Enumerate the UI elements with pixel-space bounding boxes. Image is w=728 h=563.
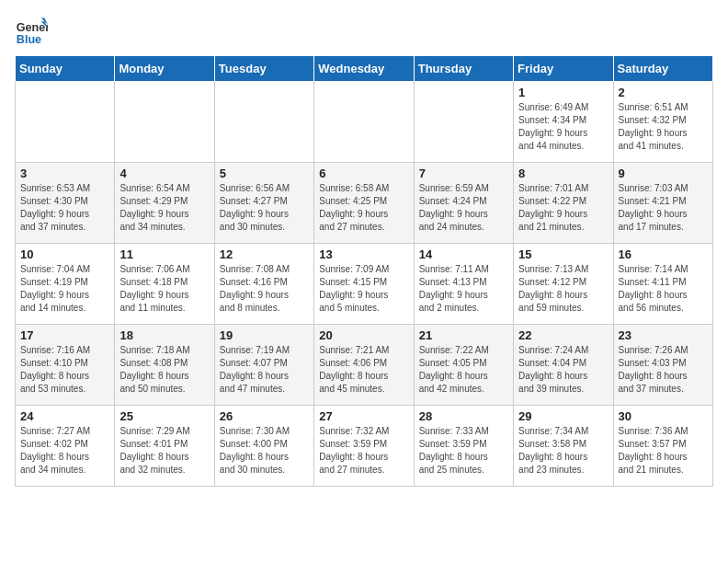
calendar-cell: 7Sunrise: 6:59 AM Sunset: 4:24 PM Daylig… xyxy=(414,163,513,244)
day-number: 21 xyxy=(419,328,508,342)
day-number: 29 xyxy=(518,409,608,423)
calendar-cell: 25Sunrise: 7:29 AM Sunset: 4:01 PM Dayli… xyxy=(115,406,214,487)
weekday-header-monday: Monday xyxy=(115,56,214,82)
day-info: Sunrise: 7:13 AM Sunset: 4:12 PM Dayligh… xyxy=(518,263,608,315)
day-number: 18 xyxy=(119,328,209,342)
day-number: 16 xyxy=(619,247,708,261)
calendar-cell: 6Sunrise: 6:58 AM Sunset: 4:25 PM Daylig… xyxy=(314,163,414,244)
week-row-4: 17Sunrise: 7:16 AM Sunset: 4:10 PM Dayli… xyxy=(16,325,713,406)
day-number: 6 xyxy=(319,167,408,180)
day-number: 19 xyxy=(220,328,309,342)
day-number: 20 xyxy=(319,328,408,342)
calendar-table: SundayMondayTuesdayWednesdayThursdayFrid… xyxy=(15,55,713,487)
calendar-cell: 22Sunrise: 7:24 AM Sunset: 4:04 PM Dayli… xyxy=(514,325,613,406)
calendar-cell: 15Sunrise: 7:13 AM Sunset: 4:12 PM Dayli… xyxy=(514,244,613,325)
week-row-1: 1Sunrise: 6:49 AM Sunset: 4:34 PM Daylig… xyxy=(16,82,713,163)
day-info: Sunrise: 7:04 AM Sunset: 4:19 PM Dayligh… xyxy=(20,263,109,315)
weekday-header-wednesday: Wednesday xyxy=(314,56,414,82)
day-info: Sunrise: 7:18 AM Sunset: 4:08 PM Dayligh… xyxy=(119,344,209,396)
day-info: Sunrise: 7:29 AM Sunset: 4:01 PM Dayligh… xyxy=(119,425,209,477)
day-number: 9 xyxy=(619,167,708,180)
calendar-cell: 8Sunrise: 7:01 AM Sunset: 4:22 PM Daylig… xyxy=(514,163,613,244)
day-info: Sunrise: 7:16 AM Sunset: 4:10 PM Dayligh… xyxy=(20,344,109,396)
calendar-cell: 2Sunrise: 6:51 AM Sunset: 4:32 PM Daylig… xyxy=(613,82,712,163)
day-info: Sunrise: 7:01 AM Sunset: 4:22 PM Dayligh… xyxy=(518,182,608,234)
day-info: Sunrise: 7:27 AM Sunset: 4:02 PM Dayligh… xyxy=(20,425,109,477)
calendar-cell: 23Sunrise: 7:26 AM Sunset: 4:03 PM Dayli… xyxy=(613,325,712,406)
calendar-cell xyxy=(214,82,313,163)
day-info: Sunrise: 6:54 AM Sunset: 4:29 PM Dayligh… xyxy=(119,182,209,234)
day-info: Sunrise: 7:21 AM Sunset: 4:06 PM Dayligh… xyxy=(319,344,408,396)
day-info: Sunrise: 6:51 AM Sunset: 4:32 PM Dayligh… xyxy=(619,101,708,153)
day-info: Sunrise: 7:06 AM Sunset: 4:18 PM Dayligh… xyxy=(119,263,209,315)
day-number: 4 xyxy=(119,167,209,180)
calendar-cell xyxy=(115,82,214,163)
day-number: 23 xyxy=(619,328,708,342)
day-number: 28 xyxy=(419,409,508,423)
week-row-5: 24Sunrise: 7:27 AM Sunset: 4:02 PM Dayli… xyxy=(16,406,713,487)
calendar-cell: 21Sunrise: 7:22 AM Sunset: 4:05 PM Dayli… xyxy=(414,325,513,406)
calendar-cell: 13Sunrise: 7:09 AM Sunset: 4:15 PM Dayli… xyxy=(314,244,414,325)
calendar-cell: 24Sunrise: 7:27 AM Sunset: 4:02 PM Dayli… xyxy=(16,406,115,487)
calendar-cell: 20Sunrise: 7:21 AM Sunset: 4:06 PM Dayli… xyxy=(314,325,414,406)
calendar-cell: 28Sunrise: 7:33 AM Sunset: 3:59 PM Dayli… xyxy=(414,406,513,487)
day-number: 3 xyxy=(20,167,109,180)
weekday-header-saturday: Saturday xyxy=(613,56,712,82)
calendar-cell: 11Sunrise: 7:06 AM Sunset: 4:18 PM Dayli… xyxy=(115,244,214,325)
day-number: 14 xyxy=(419,247,508,261)
calendar-cell: 4Sunrise: 6:54 AM Sunset: 4:29 PM Daylig… xyxy=(115,163,214,244)
day-info: Sunrise: 7:33 AM Sunset: 3:59 PM Dayligh… xyxy=(419,425,508,477)
day-info: Sunrise: 7:32 AM Sunset: 3:59 PM Dayligh… xyxy=(319,425,408,477)
day-number: 17 xyxy=(20,328,109,342)
day-number: 2 xyxy=(619,86,708,99)
calendar-cell xyxy=(414,82,513,163)
day-info: Sunrise: 7:26 AM Sunset: 4:03 PM Dayligh… xyxy=(619,344,708,396)
calendar-cell: 16Sunrise: 7:14 AM Sunset: 4:11 PM Dayli… xyxy=(613,244,712,325)
weekday-header-friday: Friday xyxy=(514,56,613,82)
day-info: Sunrise: 7:34 AM Sunset: 3:58 PM Dayligh… xyxy=(518,425,608,477)
day-number: 7 xyxy=(419,167,508,180)
day-number: 12 xyxy=(220,247,309,261)
day-info: Sunrise: 6:59 AM Sunset: 4:24 PM Dayligh… xyxy=(419,182,508,234)
day-info: Sunrise: 7:14 AM Sunset: 4:11 PM Dayligh… xyxy=(619,263,708,315)
day-number: 8 xyxy=(518,167,608,180)
day-number: 5 xyxy=(220,167,309,180)
day-number: 1 xyxy=(518,86,608,99)
week-row-2: 3Sunrise: 6:53 AM Sunset: 4:30 PM Daylig… xyxy=(16,163,713,244)
calendar-cell: 27Sunrise: 7:32 AM Sunset: 3:59 PM Dayli… xyxy=(314,406,414,487)
day-number: 25 xyxy=(119,409,209,423)
day-info: Sunrise: 7:22 AM Sunset: 4:05 PM Dayligh… xyxy=(419,344,508,396)
svg-text:Blue: Blue xyxy=(17,33,41,46)
calendar-cell: 9Sunrise: 7:03 AM Sunset: 4:21 PM Daylig… xyxy=(613,163,712,244)
day-number: 26 xyxy=(220,409,309,423)
day-number: 22 xyxy=(518,328,608,342)
calendar-cell: 19Sunrise: 7:19 AM Sunset: 4:07 PM Dayli… xyxy=(214,325,313,406)
day-info: Sunrise: 7:08 AM Sunset: 4:16 PM Dayligh… xyxy=(220,263,309,315)
weekday-header-sunday: Sunday xyxy=(16,56,115,82)
calendar-cell: 30Sunrise: 7:36 AM Sunset: 3:57 PM Dayli… xyxy=(613,406,712,487)
day-number: 24 xyxy=(20,409,109,423)
day-number: 30 xyxy=(619,409,708,423)
day-info: Sunrise: 7:36 AM Sunset: 3:57 PM Dayligh… xyxy=(619,425,708,477)
week-row-3: 10Sunrise: 7:04 AM Sunset: 4:19 PM Dayli… xyxy=(16,244,713,325)
day-info: Sunrise: 6:56 AM Sunset: 4:27 PM Dayligh… xyxy=(220,182,309,234)
weekday-header-row: SundayMondayTuesdayWednesdayThursdayFrid… xyxy=(16,56,713,82)
calendar-cell: 17Sunrise: 7:16 AM Sunset: 4:10 PM Dayli… xyxy=(16,325,115,406)
calendar-cell: 14Sunrise: 7:11 AM Sunset: 4:13 PM Dayli… xyxy=(414,244,513,325)
day-info: Sunrise: 6:58 AM Sunset: 4:25 PM Dayligh… xyxy=(319,182,408,234)
calendar-cell: 18Sunrise: 7:18 AM Sunset: 4:08 PM Dayli… xyxy=(115,325,214,406)
page-header: General Blue xyxy=(15,15,713,48)
calendar-cell: 29Sunrise: 7:34 AM Sunset: 3:58 PM Dayli… xyxy=(514,406,613,487)
logo-icon: General Blue xyxy=(15,15,48,48)
day-number: 27 xyxy=(319,409,408,423)
day-number: 15 xyxy=(518,247,608,261)
day-info: Sunrise: 6:53 AM Sunset: 4:30 PM Dayligh… xyxy=(20,182,109,234)
day-info: Sunrise: 7:30 AM Sunset: 4:00 PM Dayligh… xyxy=(220,425,309,477)
day-info: Sunrise: 6:49 AM Sunset: 4:34 PM Dayligh… xyxy=(518,101,608,153)
weekday-header-tuesday: Tuesday xyxy=(214,56,313,82)
day-number: 13 xyxy=(319,247,408,261)
day-number: 10 xyxy=(20,247,109,261)
day-info: Sunrise: 7:19 AM Sunset: 4:07 PM Dayligh… xyxy=(220,344,309,396)
calendar-cell xyxy=(314,82,414,163)
calendar-cell: 26Sunrise: 7:30 AM Sunset: 4:00 PM Dayli… xyxy=(214,406,313,487)
